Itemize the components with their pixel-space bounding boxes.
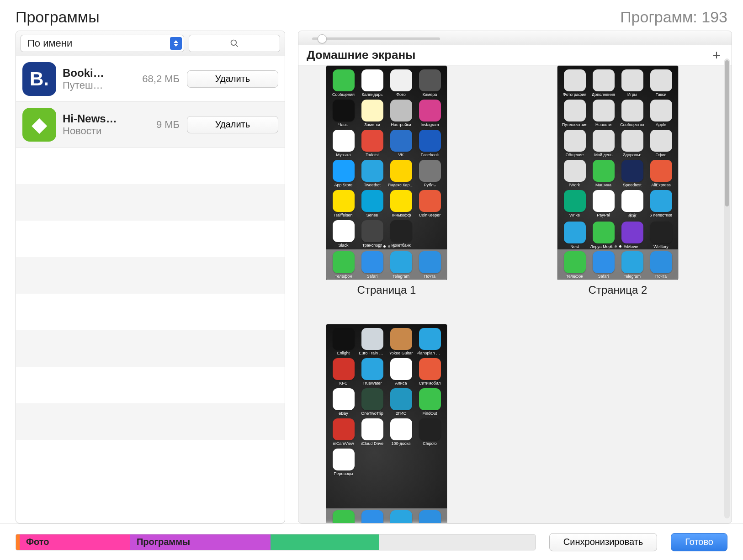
app-icon-cell: FindOut bbox=[416, 388, 443, 416]
app-icon-cell: Instagram bbox=[416, 100, 443, 127]
phone-preview[interactable]: СообщенияКалендарьФотоКамераЧасыЗаметкиН… bbox=[326, 65, 447, 280]
app-icon-cell: iCloud Drive bbox=[359, 418, 386, 446]
screen-label: Страница 1 bbox=[357, 284, 416, 296]
app-icon-cell: TrueWater bbox=[359, 358, 386, 386]
app-icon-cell: 米家 bbox=[619, 190, 646, 219]
screens-area: СообщенияКалендарьФотоКамераЧасыЗаметкиН… bbox=[298, 65, 732, 523]
done-button[interactable]: Готово bbox=[671, 533, 727, 551]
app-icon-cell: Транспорт bbox=[359, 220, 386, 248]
app-icon-cell: Ситимобил bbox=[416, 358, 443, 386]
dock-icon: Почта bbox=[416, 251, 443, 279]
list-stripe bbox=[16, 367, 285, 403]
app-name: Hi-News… bbox=[63, 112, 125, 125]
dock-icon: Telegram bbox=[619, 251, 646, 279]
app-icon-cell: 100-доска bbox=[387, 418, 414, 446]
dock-icon bbox=[359, 510, 386, 523]
app-remove-button[interactable]: Удалить bbox=[187, 116, 278, 133]
app-icon-cell: Яндекс.Карты bbox=[387, 160, 414, 187]
dock-icon: Safari bbox=[590, 251, 617, 279]
list-stripe bbox=[16, 221, 285, 257]
app-icon-cell: App Store bbox=[330, 160, 357, 187]
app-row[interactable]: B. Booki… Путеш… 68,2 МБ Удалить bbox=[16, 56, 285, 102]
app-icon-cell: Машина bbox=[590, 160, 617, 187]
app-icon-cell bbox=[359, 449, 386, 476]
home-screen[interactable]: СообщенияКалендарьФотоКамераЧасыЗаметкиН… bbox=[326, 65, 447, 296]
home-screen[interactable]: ФотографияДополненияИгрыТаксиПутешествия… bbox=[557, 65, 679, 296]
app-row[interactable]: ◆ Hi-News… Новости 9 МБ Удалить bbox=[16, 102, 285, 148]
app-icon-cell: KFC bbox=[330, 358, 357, 386]
sort-select[interactable]: По имени bbox=[21, 35, 184, 52]
app-icon-cell: Facebook bbox=[416, 130, 443, 157]
app-icon-cell: Дополнения bbox=[590, 69, 617, 97]
dock: ТелефонSafariTelegramПочта bbox=[557, 249, 678, 280]
list-stripe bbox=[16, 257, 285, 294]
app-icon-cell: Мой день bbox=[590, 130, 617, 157]
app-icon-cell: PayPal bbox=[590, 190, 617, 219]
sync-button[interactable]: Синхронизировать bbox=[549, 533, 657, 551]
screen-label: Страница 2 bbox=[589, 284, 647, 296]
zoom-bar bbox=[298, 31, 732, 45]
app-icon-cell: Planoplan GO! bbox=[416, 328, 443, 355]
app-icon-cell: Такси bbox=[647, 69, 674, 97]
search-button[interactable] bbox=[189, 35, 280, 52]
app-icon-cell bbox=[387, 449, 414, 476]
app-icon-cell: Путешествия bbox=[561, 100, 588, 127]
phone-preview[interactable]: ФотографияДополненияИгрыТаксиПутешествия… bbox=[557, 65, 679, 280]
app-category: Новости bbox=[63, 125, 117, 137]
storage-segment: Фото bbox=[16, 534, 130, 550]
dock bbox=[326, 508, 447, 523]
app-icon-cell: VK bbox=[387, 130, 414, 157]
dock-icon: Телефон bbox=[561, 251, 588, 279]
app-name: Booki… bbox=[63, 67, 125, 79]
app-icon-cell: Общение bbox=[561, 130, 588, 157]
app-size: 68,2 МБ bbox=[125, 73, 180, 85]
app-icon-cell: 6 лепестков bbox=[647, 190, 674, 219]
phone-preview[interactable]: EnlightEuro Train SimYokee GuitarPlanopl… bbox=[326, 324, 447, 523]
app-icon-cell: Офис bbox=[647, 130, 674, 157]
app-icon-cell: Алиса bbox=[387, 358, 414, 386]
svg-line-1 bbox=[236, 45, 238, 47]
list-stripe bbox=[16, 148, 285, 184]
scrollbar[interactable] bbox=[724, 58, 730, 518]
app-icon-cell: Настройки bbox=[387, 100, 414, 127]
dock-icon: Safari bbox=[359, 251, 386, 279]
app-icon-cell: Chipolo bbox=[416, 418, 443, 446]
app-category: Путеш… bbox=[63, 79, 117, 91]
scrollbar-thumb[interactable] bbox=[725, 60, 729, 206]
dock-icon bbox=[387, 510, 414, 523]
app-size: 9 МБ bbox=[125, 119, 180, 131]
list-stripe bbox=[16, 294, 285, 330]
section-title: Домашние экраны bbox=[307, 48, 415, 62]
storage-segment: Программы bbox=[130, 534, 271, 550]
home-screen[interactable]: EnlightEuro Train SimYokee GuitarPlanopl… bbox=[326, 324, 447, 523]
app-icon-cell: Календарь bbox=[359, 69, 386, 97]
app-icon-cell: Леруа Мерлен bbox=[590, 222, 617, 249]
list-stripe bbox=[16, 184, 285, 221]
add-screen-button[interactable]: + bbox=[710, 48, 723, 62]
app-icon-cell: 2ГИС bbox=[387, 388, 414, 416]
apps-panel: По имени B. Booki… Путеш… 68,2 МБ Удалит… bbox=[16, 31, 285, 523]
app-icon-cell: Переводы bbox=[330, 449, 357, 476]
svg-point-0 bbox=[231, 40, 237, 46]
app-icon-cell: Wrike bbox=[561, 190, 588, 219]
dock-icon bbox=[416, 510, 443, 523]
app-icon-cell: Enlight bbox=[330, 328, 357, 355]
dock-icon: Telegram bbox=[387, 251, 414, 279]
zoom-slider[interactable] bbox=[312, 37, 440, 40]
header: Программы Программ: 193 bbox=[0, 0, 743, 31]
app-icon-cell: iWork bbox=[561, 160, 588, 187]
list-stripe bbox=[16, 330, 285, 367]
app-icon-cell: Сообщения bbox=[330, 69, 357, 97]
app-icon-cell: Apple bbox=[647, 100, 674, 127]
app-icon-cell: Рубль bbox=[416, 160, 443, 187]
app-icon-cell: Камера bbox=[416, 69, 443, 97]
zoom-thumb[interactable] bbox=[318, 34, 327, 43]
app-icon-cell: Часы bbox=[330, 100, 357, 127]
app-icon: ◆ bbox=[22, 108, 56, 142]
home-screens-panel: Домашние экраны + СообщенияКалендарьФото… bbox=[298, 31, 732, 523]
app-icon-cell: Музыка bbox=[330, 130, 357, 157]
search-icon bbox=[230, 39, 239, 48]
storage-segment bbox=[379, 534, 535, 550]
sort-select-label: По имени bbox=[27, 37, 72, 49]
app-remove-button[interactable]: Удалить bbox=[187, 70, 278, 88]
